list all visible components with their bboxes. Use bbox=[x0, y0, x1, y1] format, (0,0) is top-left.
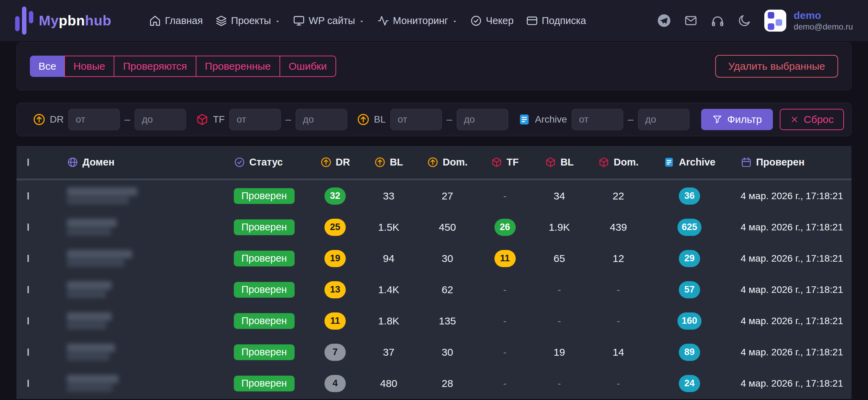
row-checkbox[interactable] bbox=[27, 224, 29, 231]
nav-item-home[interactable]: Главная bbox=[149, 15, 203, 27]
domain-redacted[interactable] bbox=[67, 187, 227, 204]
status-badge: Проверен bbox=[234, 313, 295, 329]
arrow-up-circle-icon bbox=[374, 157, 386, 168]
metric-badge: 89 bbox=[679, 344, 700, 361]
dr-cell: 4 bbox=[324, 375, 346, 392]
status-badge: Проверен bbox=[234, 376, 295, 391]
row-checkbox[interactable] bbox=[27, 317, 29, 324]
status-tab[interactable]: Новые bbox=[64, 56, 115, 77]
nav-item-subscription[interactable]: Подписка bbox=[526, 15, 586, 27]
range-from-input[interactable] bbox=[572, 109, 623, 130]
app-logo[interactable]: Mypbnhub bbox=[15, 6, 111, 35]
calendar-icon bbox=[741, 157, 752, 168]
column-header-dr[interactable]: DR bbox=[320, 157, 350, 168]
mail-icon[interactable] bbox=[684, 14, 698, 27]
range-to-input[interactable] bbox=[135, 109, 186, 130]
status-tabs-card: ВсеНовыеПроверяютсяПроверенныеОшибки Уда… bbox=[16, 42, 852, 90]
logo-text: Mypbnhub bbox=[39, 13, 111, 29]
metric-badge: 57 bbox=[679, 281, 700, 298]
table-header: Домен Статус DR BL Dom. TF BL Dom. Archi… bbox=[16, 146, 852, 180]
reset-button[interactable]: Сброс bbox=[780, 109, 844, 130]
tf-cell: - bbox=[503, 284, 506, 295]
column-header-домен[interactable]: Домен bbox=[67, 157, 227, 168]
tf-cell: - bbox=[503, 378, 506, 389]
row-checkbox[interactable] bbox=[27, 192, 29, 199]
filter-button[interactable]: Фильтр bbox=[701, 109, 773, 130]
nav-item-label: Чекер bbox=[486, 15, 514, 26]
check-circle-icon bbox=[234, 157, 245, 168]
checked-date: 4 мар. 2026 г., 17:18:21 bbox=[741, 347, 843, 357]
column-header-статус[interactable]: Статус bbox=[234, 157, 318, 168]
domain-redacted[interactable] bbox=[67, 344, 227, 361]
nav-item-wp-sites[interactable]: WP сайты bbox=[293, 15, 365, 27]
domain-redacted[interactable] bbox=[67, 281, 227, 298]
ahrefs-bl-cell: 94 bbox=[383, 253, 394, 264]
column-header-bl[interactable]: BL bbox=[374, 157, 403, 168]
column-header-bl[interactable]: BL bbox=[545, 157, 574, 168]
domain-redacted[interactable] bbox=[67, 219, 227, 236]
status-badge: Проверен bbox=[234, 251, 295, 266]
column-header-dom[interactable]: Dom. bbox=[598, 157, 639, 168]
metric-badge: 32 bbox=[324, 187, 346, 205]
filter-group: BL – bbox=[357, 109, 508, 130]
nav-item-projects[interactable]: Проекты bbox=[215, 15, 281, 27]
majestic-bl-cell: 19 bbox=[553, 346, 565, 358]
chevron-down-icon bbox=[359, 17, 365, 24]
support-headphones-icon[interactable] bbox=[711, 14, 724, 27]
domains-table: Домен Статус DR BL Dom. TF BL Dom. Archi… bbox=[16, 146, 852, 399]
dark-mode-moon-icon[interactable] bbox=[738, 14, 751, 27]
range-separator: – bbox=[446, 114, 452, 125]
tf-cell: 11 bbox=[494, 250, 516, 267]
ahrefs-dom-cell: 27 bbox=[442, 190, 453, 202]
metric-badge: 7 bbox=[324, 344, 346, 361]
column-header-tf[interactable]: TF bbox=[491, 157, 518, 168]
cube-icon bbox=[491, 157, 502, 168]
row-checkbox[interactable] bbox=[27, 255, 29, 262]
filter-group-label: DR bbox=[50, 114, 64, 125]
column-header-dom[interactable]: Dom. bbox=[427, 157, 468, 168]
column-header-проверен[interactable]: Проверен bbox=[741, 157, 852, 168]
domain-redacted[interactable] bbox=[67, 312, 227, 329]
status-badge: Проверен bbox=[234, 188, 295, 204]
row-checkbox[interactable] bbox=[27, 348, 29, 356]
domain-redacted[interactable] bbox=[67, 250, 227, 267]
majestic-dom-cell: - bbox=[617, 378, 620, 389]
domain-redacted[interactable] bbox=[67, 375, 227, 392]
range-to-input[interactable] bbox=[638, 109, 689, 130]
telegram-icon[interactable] bbox=[657, 14, 671, 27]
nav-item-monitoring[interactable]: Мониторинг bbox=[377, 15, 458, 27]
select-all-checkbox[interactable] bbox=[27, 159, 29, 166]
layers-icon bbox=[215, 15, 227, 27]
row-checkbox[interactable] bbox=[27, 380, 29, 387]
nav-item-checker[interactable]: Чекер bbox=[470, 15, 514, 27]
metric-badge: 26 bbox=[494, 219, 516, 236]
ahrefs-bl-cell: 1.4K bbox=[378, 284, 399, 296]
user-meta[interactable]: demo demo@demo.ru bbox=[794, 9, 853, 32]
filter-group: DR – bbox=[33, 109, 186, 130]
filter-card: DR – TF – BL – Archive – Фильтр Сброс bbox=[16, 103, 852, 136]
delete-selected-button[interactable]: Удалить выбранные bbox=[715, 55, 838, 78]
range-from-input[interactable] bbox=[390, 109, 442, 130]
nav-item-label: Подписка bbox=[542, 15, 586, 26]
status-tab[interactable]: Проверяются bbox=[114, 56, 196, 77]
range-to-input[interactable] bbox=[296, 109, 347, 130]
status-badge: Проверен bbox=[234, 219, 295, 235]
range-from-input[interactable] bbox=[68, 109, 120, 130]
status-tab[interactable]: Проверенные bbox=[196, 56, 280, 77]
status-tab[interactable]: Ошибки bbox=[279, 56, 336, 77]
range-separator: – bbox=[124, 114, 130, 125]
navbar: Mypbnhub Главная Проекты WP сайты Монито… bbox=[0, 0, 868, 41]
avatar[interactable] bbox=[764, 10, 786, 32]
row-checkbox[interactable] bbox=[27, 286, 29, 293]
range-from-input[interactable] bbox=[229, 109, 281, 130]
status-tab[interactable]: Все bbox=[30, 56, 65, 77]
column-header-archive[interactable]: Archive bbox=[663, 157, 715, 168]
table-row: Проверен 11 1.8K 135 - - - 160 4 мар. 20… bbox=[16, 305, 852, 336]
range-to-input[interactable] bbox=[457, 109, 508, 130]
navbar-right: demo demo@demo.ru bbox=[657, 9, 853, 32]
ahrefs-dom-cell: 30 bbox=[442, 253, 453, 264]
majestic-bl-cell: 1.9K bbox=[549, 221, 570, 233]
range-separator: – bbox=[285, 114, 291, 125]
main-nav: Главная Проекты WP сайты Мониторинг Чеке… bbox=[149, 15, 586, 27]
archive-cell: 625 bbox=[677, 219, 701, 236]
